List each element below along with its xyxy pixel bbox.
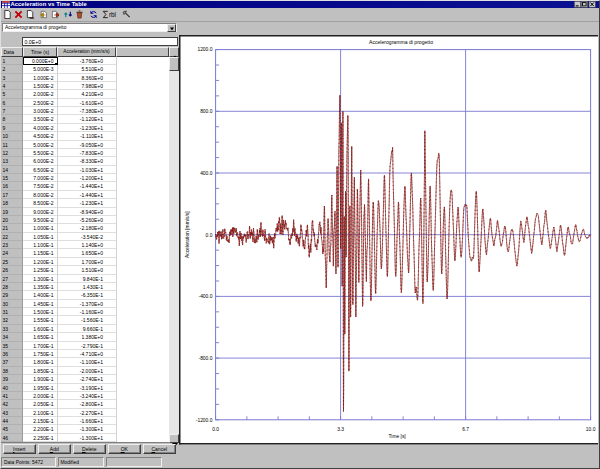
svg-text:800.0: 800.0 (200, 109, 213, 114)
svg-text:400.0: 400.0 (200, 171, 213, 176)
svg-text:0.0: 0.0 (206, 233, 213, 238)
svg-text:-800.0: -800.0 (199, 356, 213, 361)
svg-text:Accelerogramma di progetto: Accelerogramma di progetto (369, 39, 433, 45)
svg-text:0.0: 0.0 (212, 427, 219, 432)
svg-text:3.3: 3.3 (337, 427, 344, 432)
svg-text:10.0: 10.0 (586, 427, 596, 432)
svg-text:1200.0: 1200.0 (197, 47, 212, 52)
svg-text:Time [s]: Time [s] (388, 434, 406, 439)
svg-text:Acceleration [mm/s/s]: Acceleration [mm/s/s] (185, 211, 190, 258)
svg-text:rbl: rbl (109, 11, 116, 18)
svg-text:-400.0: -400.0 (199, 294, 213, 299)
svg-text:6.7: 6.7 (462, 427, 469, 432)
svg-text:-1200.0: -1200.0 (196, 418, 213, 423)
